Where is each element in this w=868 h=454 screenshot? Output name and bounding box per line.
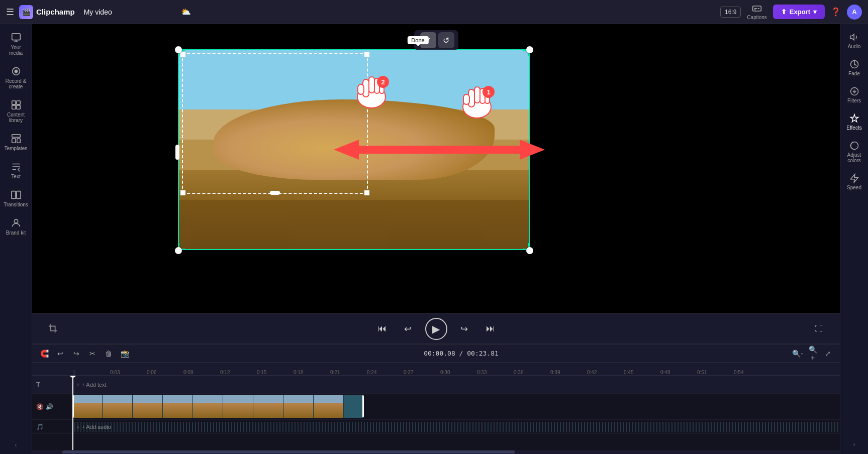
zoom-in-button[interactable]: 🔍+ xyxy=(807,348,819,360)
captions-button[interactable]: Captions xyxy=(747,4,766,20)
sidebar-item-your-media[interactable]: Your media xyxy=(2,28,30,60)
crop-reset-button[interactable]: ↺ xyxy=(438,32,454,48)
svg-point-16 xyxy=(14,219,18,223)
plus-audio-icon: + xyxy=(76,424,79,430)
crop-toolbar: Done ✓ ↺ xyxy=(414,30,458,50)
video-thumb-5 xyxy=(193,395,223,418)
crop-dot-bottom-right[interactable] xyxy=(526,247,533,254)
play-pause-button[interactable]: ▶ xyxy=(425,318,447,340)
crop-handle-mid-left[interactable] xyxy=(175,145,179,160)
video-strip-right-handle[interactable] xyxy=(362,395,364,418)
rs-collapse-button[interactable]: › xyxy=(851,439,857,450)
add-text-label: + Add text xyxy=(81,382,106,388)
avatar[interactable]: A xyxy=(847,5,862,20)
timeline-toolbar: 🧲 ↩ ↪ ✂ 🗑 📸 00:00.08 / 00:23.81 🔍- 🔍+ ⤢ xyxy=(32,345,840,363)
skip-to-end-button[interactable]: ⏭ xyxy=(481,320,500,338)
ruler-tick-17: 0:51 xyxy=(696,370,733,375)
video-track-row: 🔇 🔊 xyxy=(32,394,840,420)
rs-item-speed[interactable]: Speed xyxy=(841,169,867,194)
export-chevron-icon: ▾ xyxy=(813,8,817,16)
sidebar-item-brand-kit[interactable]: Brand kit xyxy=(2,213,30,240)
svg-rect-9 xyxy=(12,105,15,109)
mute-button[interactable]: 🔇 xyxy=(36,403,44,410)
ruler-tick-16: 0:48 xyxy=(659,370,696,375)
sidebar-item-text[interactable]: Text xyxy=(2,157,30,183)
ruler-tick-4: 0:12 xyxy=(219,370,256,375)
project-name-input[interactable]: My video xyxy=(80,6,176,18)
ruler-tick-8: 0:24 xyxy=(366,370,403,375)
rs-item-adjust-colors[interactable]: Adjust colors xyxy=(841,137,867,167)
crop-confirm-button[interactable]: ✓ xyxy=(420,32,436,48)
cut-button[interactable]: ✂ xyxy=(86,348,99,360)
rs-item-filters[interactable]: Filters xyxy=(841,82,867,107)
record-create-icon xyxy=(11,66,22,77)
zoom-out-button[interactable]: 🔍- xyxy=(792,348,804,360)
undo-button[interactable]: ↩ xyxy=(54,348,66,360)
fade-icon xyxy=(849,59,859,69)
crop-dot-top-right[interactable] xyxy=(526,46,533,53)
sidebar-label-templates: Templates xyxy=(5,146,28,151)
main-area: Your media Record & create Content libra… xyxy=(0,24,868,454)
ruler-tick-18: 0:54 xyxy=(733,370,769,375)
plus-icon: + xyxy=(76,382,79,388)
skip-to-start-button[interactable]: ⏮ xyxy=(373,320,391,338)
magnetic-snap-button[interactable]: 🧲 xyxy=(38,348,50,360)
app-logo: 🎬 Clipchamp xyxy=(19,5,75,19)
rewind-5s-button[interactable]: ↩ xyxy=(399,320,417,338)
aspect-ratio-badge[interactable]: 16:9 xyxy=(720,7,741,18)
rs-item-fade[interactable]: Fade xyxy=(841,55,867,80)
forward-5s-button[interactable]: ↪ xyxy=(455,320,473,338)
fit-timeline-button[interactable]: ⤢ xyxy=(822,348,834,360)
audio-track-content: + + Add audio xyxy=(72,420,840,433)
sidebar-item-templates[interactable]: Templates xyxy=(2,129,30,155)
effects-label: Effects xyxy=(846,125,861,131)
help-icon[interactable]: ❓ xyxy=(831,7,841,17)
video-frame xyxy=(178,49,530,250)
text-track-icon: T xyxy=(36,381,40,388)
rs-item-effects[interactable]: Effects xyxy=(841,109,867,135)
svg-rect-10 xyxy=(16,105,20,109)
svg-rect-13 xyxy=(17,139,20,143)
export-frame-button[interactable]: 📸 xyxy=(119,348,131,360)
video-thumb-3 xyxy=(133,395,163,418)
fullscreen-button[interactable]: ⛶ xyxy=(810,320,828,338)
export-label: Export xyxy=(790,8,810,16)
video-thumb-2 xyxy=(103,395,133,418)
sidebar-label-brand-kit: Brand kit xyxy=(6,230,26,236)
add-audio-button[interactable]: + + Add audio xyxy=(72,422,115,432)
sidebar-collapse-button[interactable]: ‹ xyxy=(11,440,21,450)
crop-tool-button[interactable] xyxy=(44,320,62,338)
cloud-save-icon: ⛅ xyxy=(181,7,191,17)
sidebar-item-record-create[interactable]: Record & create xyxy=(2,62,30,93)
ruler-tick-5: 0:15 xyxy=(256,370,293,375)
video-strip[interactable] xyxy=(72,395,364,418)
filters-icon xyxy=(849,86,859,96)
video-track-content[interactable] xyxy=(72,394,840,419)
ruler-tick-7: 0:21 xyxy=(329,370,366,375)
rs-item-audio[interactable]: Audio xyxy=(841,28,867,53)
adjust-colors-label: Adjust colors xyxy=(843,152,865,163)
add-text-button[interactable]: + + Add text xyxy=(72,380,111,390)
sidebar-item-content-library[interactable]: Content library xyxy=(2,95,30,127)
timeline-scrollbar[interactable] xyxy=(32,450,840,454)
volume-button[interactable]: 🔊 xyxy=(46,403,53,410)
crop-dot-top-left[interactable] xyxy=(175,46,182,53)
ruler-tick-0: | xyxy=(72,370,109,375)
ruler-tick-14: 0:42 xyxy=(586,370,623,375)
topbar: ☰ 🎬 Clipchamp My video ⛅ 16:9 Captions ⬆… xyxy=(0,0,868,24)
hamburger-menu-icon[interactable]: ☰ xyxy=(6,7,14,18)
crop-dot-bottom-left[interactable] xyxy=(175,247,182,254)
export-button[interactable]: ⬆ Export ▾ xyxy=(773,5,825,19)
app-name: Clipchamp xyxy=(36,8,75,16)
playhead[interactable] xyxy=(72,376,73,450)
redo-button[interactable]: ↪ xyxy=(70,348,82,360)
sidebar-item-transitions[interactable]: Transitions xyxy=(2,185,30,211)
delete-button[interactable]: 🗑 xyxy=(103,348,115,360)
ruler-tick-9: 0:27 xyxy=(403,370,439,375)
audio-label: Audio xyxy=(848,44,861,49)
video-thumb-7 xyxy=(253,395,283,418)
svg-rect-4 xyxy=(12,34,20,40)
preview-area: Done ✓ ↺ 1 xyxy=(32,24,840,313)
timeline-scrollbar-thumb[interactable] xyxy=(62,450,515,453)
desert-background xyxy=(178,49,530,250)
